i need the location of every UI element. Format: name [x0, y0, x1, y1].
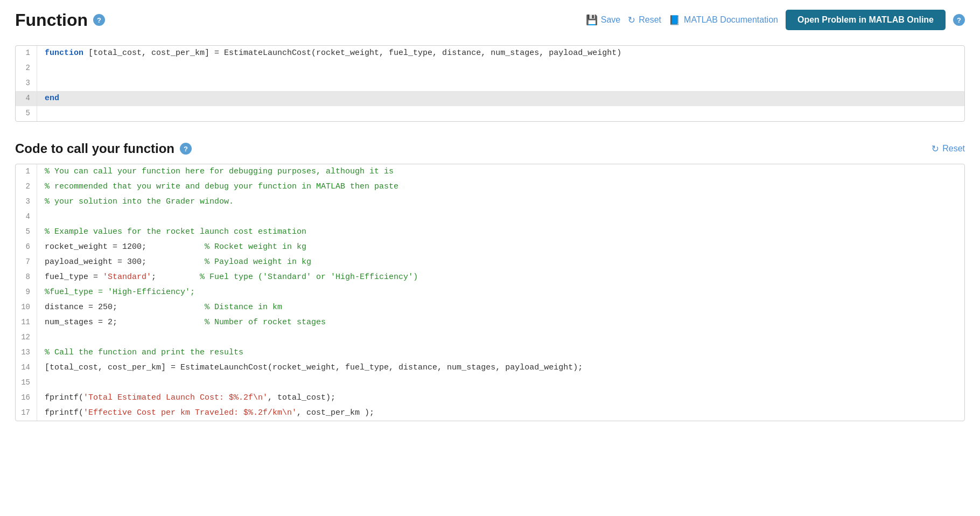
line-number: 1: [16, 46, 37, 61]
table-row: 3% your solution into the Grader window.: [16, 194, 964, 210]
code-token: % Fuel type ('Standard' or 'High-Efficie…: [200, 273, 418, 282]
matlab-book-icon: 📘: [669, 15, 680, 26]
save-icon: 💾: [586, 14, 598, 26]
line-number: 16: [16, 391, 37, 406]
line-content: distance = 250; % Distance in km: [37, 300, 964, 315]
code-token: fuel_type =: [45, 273, 103, 282]
page-title: Function: [15, 10, 88, 30]
caller-reset-label: Reset: [942, 144, 965, 154]
table-row: 16fprintf('Total Estimated Launch Cost: …: [16, 391, 964, 406]
table-row: 8fuel_type = 'Standard'; % Fuel type ('S…: [16, 270, 964, 285]
code-token: [total_cost, cost_per_km] = EstimateLaun…: [83, 48, 621, 58]
line-content: fuel_type = 'Standard'; % Fuel type ('St…: [37, 270, 964, 285]
line-number: 8: [16, 270, 37, 285]
line-number: 2: [16, 61, 37, 76]
code-token: 'Standard': [103, 273, 151, 282]
caller-section-header: Code to call your function ? ↺ Reset: [15, 141, 965, 156]
table-row: 9%fuel_type = 'High-Efficiency';: [16, 285, 964, 300]
code-token: % Example values for the rocket launch c…: [45, 227, 306, 236]
line-content: [37, 61, 964, 76]
line-content: % recommended that you write and debug y…: [37, 179, 964, 194]
matlab-docs-button[interactable]: 📘 MATLAB Documentation: [669, 15, 778, 26]
function-code-area[interactable]: 1function [total_cost, cost_per_km] = Es…: [16, 46, 964, 121]
code-token: % your solution into the Grader window.: [45, 197, 234, 206]
line-number: 3: [16, 76, 37, 91]
line-number: 15: [16, 375, 37, 391]
table-row: 15: [16, 375, 964, 391]
line-content: [37, 330, 964, 345]
help-icon-2[interactable]: ?: [953, 14, 965, 26]
code-token: % recommended that you write and debug y…: [45, 182, 398, 191]
page-header: Function ? 💾 Save ↺ Reset 📘 MATLAB Docum…: [0, 0, 980, 40]
table-row: 14[total_cost, cost_per_km] = EstimateLa…: [16, 360, 964, 375]
caller-editor[interactable]: 1% You can call your function here for d…: [15, 164, 965, 421]
header-right: 💾 Save ↺ Reset 📘 MATLAB Documentation Op…: [586, 10, 965, 30]
line-content: function [total_cost, cost_per_km] = Est…: [37, 46, 964, 61]
caller-reset-button[interactable]: ↺ Reset: [932, 143, 965, 155]
code-token: num_stages = 2;: [45, 318, 205, 327]
reset-icon-header: ↺: [628, 15, 635, 26]
code-token: % Number of rocket stages: [205, 318, 326, 327]
line-number: 3: [16, 194, 37, 210]
table-row: 4end: [16, 91, 964, 106]
line-number: 7: [16, 255, 37, 270]
table-row: 1% You can call your function here for d…: [16, 164, 964, 179]
line-number: 13: [16, 345, 37, 360]
table-row: 5: [16, 106, 964, 121]
line-number: 4: [16, 210, 37, 225]
table-row: 1function [total_cost, cost_per_km] = Es…: [16, 46, 964, 61]
line-number: 2: [16, 179, 37, 194]
code-token: ;: [151, 273, 200, 282]
reset-button-header[interactable]: ↺ Reset: [628, 15, 661, 26]
matlab-docs-label: MATLAB Documentation: [684, 15, 778, 25]
line-number: 9: [16, 285, 37, 300]
reset-label-header: Reset: [639, 15, 661, 25]
line-content: [37, 106, 964, 121]
code-token: end: [45, 94, 59, 103]
function-editor[interactable]: 1function [total_cost, cost_per_km] = Es…: [15, 45, 965, 122]
line-content: payload_weight = 300; % Payload weight i…: [37, 255, 964, 270]
code-token: payload_weight = 300;: [45, 257, 205, 267]
line-content: %fuel_type = 'High-Efficiency';: [37, 285, 964, 300]
table-row: 2: [16, 61, 964, 76]
table-row: 12: [16, 330, 964, 345]
table-row: 5% Example values for the rocket launch …: [16, 225, 964, 240]
line-content: rocket_weight = 1200; % Rocket weight in…: [37, 240, 964, 255]
line-number: 5: [16, 106, 37, 121]
line-number: 10: [16, 300, 37, 315]
caller-reset-icon: ↺: [932, 143, 939, 155]
save-label: Save: [601, 15, 620, 25]
caller-help-icon[interactable]: ?: [180, 143, 192, 155]
table-row: 7payload_weight = 300; % Payload weight …: [16, 255, 964, 270]
code-token: % You can call your function here for de…: [45, 167, 394, 176]
caller-title-text: Code to call your function: [15, 141, 174, 156]
header-left: Function ?: [15, 10, 105, 30]
code-token: rocket_weight = 1200;: [45, 242, 205, 252]
code-token: 'Total Estimated Launch Cost: $%.2f\n': [83, 393, 268, 402]
help-icon[interactable]: ?: [93, 14, 105, 26]
line-number: 11: [16, 315, 37, 330]
caller-code-area[interactable]: 1% You can call your function here for d…: [16, 164, 964, 421]
line-content: % Call the function and print the result…: [37, 345, 964, 360]
open-matlab-button[interactable]: Open Problem in MATLAB Online: [786, 10, 946, 30]
line-content: [37, 76, 964, 91]
table-row: 2% recommended that you write and debug …: [16, 179, 964, 194]
code-token: distance = 250;: [45, 303, 205, 312]
line-number: 14: [16, 360, 37, 375]
table-row: 13% Call the function and print the resu…: [16, 345, 964, 360]
main-content: 1function [total_cost, cost_per_km] = Es…: [0, 40, 980, 421]
open-matlab-label: Open Problem in MATLAB Online: [797, 15, 934, 24]
line-number: 17: [16, 406, 37, 421]
code-token: , cost_per_km );: [297, 408, 374, 417]
code-token: %fuel_type = 'High-Efficiency';: [45, 288, 195, 297]
code-token: % Rocket weight in kg: [205, 242, 306, 252]
code-token: [total_cost, cost_per_km] = EstimateLaun…: [45, 363, 583, 372]
line-content: end: [37, 91, 964, 106]
code-token: fprintf(: [45, 393, 83, 402]
line-number: 1: [16, 164, 37, 179]
line-number: 5: [16, 225, 37, 240]
line-content: % Example values for the rocket launch c…: [37, 225, 964, 240]
save-button[interactable]: 💾 Save: [586, 14, 620, 26]
table-row: 4: [16, 210, 964, 225]
code-token: % Call the function and print the result…: [45, 348, 243, 357]
